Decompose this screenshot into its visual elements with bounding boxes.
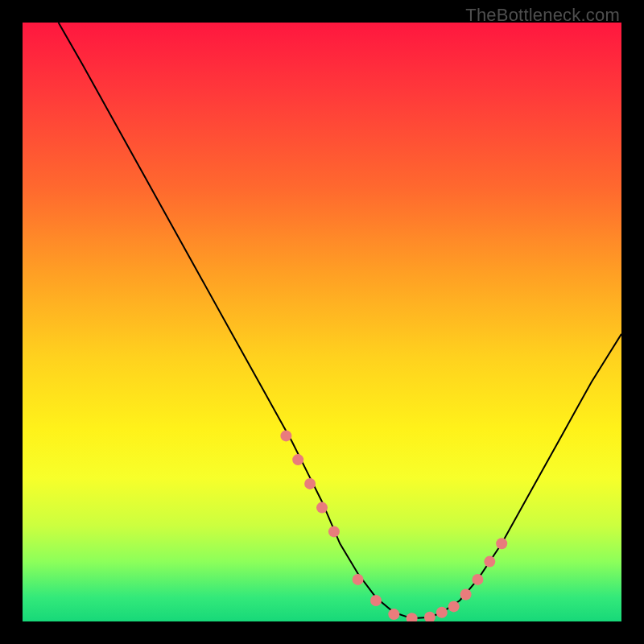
marker-dot bbox=[407, 613, 418, 621]
marker-dot bbox=[460, 589, 472, 601]
marker-group bbox=[280, 430, 507, 621]
marker-dot bbox=[424, 612, 436, 621]
marker-dot bbox=[328, 526, 340, 537]
marker-dot bbox=[484, 556, 495, 568]
marker-dot bbox=[316, 502, 328, 514]
plot-area bbox=[23, 23, 621, 621]
marker-dot bbox=[496, 538, 507, 549]
bottleneck-curve bbox=[59, 23, 621, 618]
chart-svg bbox=[23, 23, 621, 621]
marker-dot bbox=[472, 574, 483, 585]
marker-dot bbox=[353, 574, 364, 585]
marker-dot bbox=[280, 430, 291, 441]
marker-dot bbox=[370, 595, 382, 606]
chart-frame: TheBottleneck.com bbox=[0, 0, 644, 644]
marker-dot bbox=[304, 478, 316, 489]
marker-dot bbox=[292, 454, 303, 465]
marker-dot bbox=[448, 601, 460, 612]
marker-dot bbox=[388, 609, 399, 620]
marker-dot bbox=[436, 607, 448, 618]
